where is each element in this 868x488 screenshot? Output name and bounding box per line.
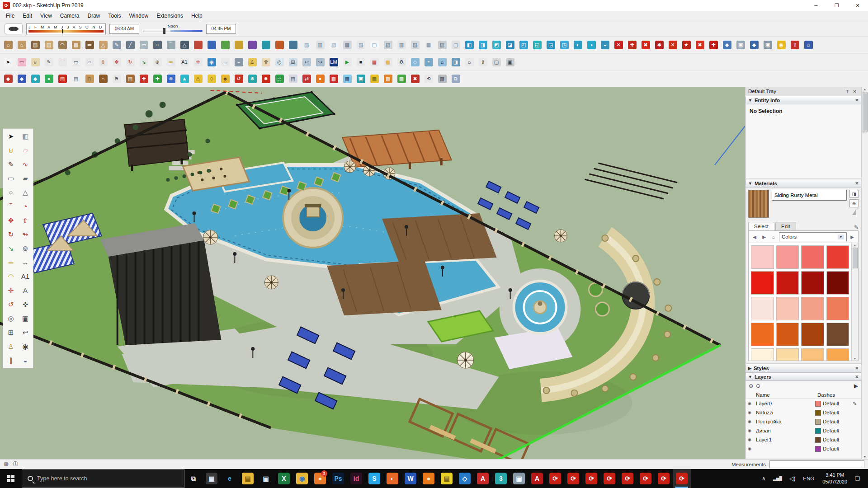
settings-gear[interactable]: ⚙ [395,56,408,69]
tab-select[interactable]: Select [748,222,774,230]
color-swatch-16[interactable] [826,323,849,346]
panel-tool-2[interactable]: ▣ [504,56,516,69]
polygon-tool[interactable]: △ [18,185,33,199]
color-swatch-19[interactable] [801,348,824,361]
dimension-tool[interactable]: ↔ [219,56,231,69]
menu-item[interactable]: File [2,12,19,20]
ext-tool-8[interactable] [287,39,299,52]
paint-bucket-tool[interactable]: ⊍ [4,143,18,157]
layer-color-chip[interactable] [815,410,821,416]
sketchup-app-1[interactable]: ⟳ [546,469,564,488]
color-swatch-5[interactable] [751,271,774,295]
draw-tool-5[interactable]: ⌒ [165,39,177,52]
remove-layer-button[interactable]: ⊖ [756,383,760,389]
sketchup-app-active[interactable]: ⟳ [673,469,691,488]
help-icon[interactable]: ⓘ [13,460,18,468]
ext-tool-4[interactable] [232,39,245,52]
home-view-button[interactable]: ⌂ [463,56,476,69]
visibility-eye-icon[interactable]: ◉ [748,437,754,442]
acrobat-app[interactable]: A [528,469,546,488]
red-tool-3[interactable]: ✖ [639,39,652,52]
layers-detail-icon[interactable]: ▶ [854,383,858,389]
zoom-extents-tool[interactable]: ⊞ [4,325,18,339]
orbit-tool[interactable]: ↺ [4,297,18,311]
media-app[interactable]: ● [420,469,438,488]
date-slider-thumb[interactable] [62,29,63,33]
top-view-button[interactable]: ◓ [422,56,435,69]
move-tool[interactable]: ✥ [110,56,123,69]
doc-tool-10[interactable]: ▦ [422,39,435,52]
roof-tool[interactable]: ⌂ [2,39,14,52]
tape-measure-tool[interactable]: ═ [165,56,177,69]
task-view-button[interactable]: ⧉ [184,469,203,488]
close-red[interactable]: ✖ [409,73,421,85]
ext-tool-3[interactable] [219,39,231,52]
monitor-teal[interactable]: ▣ [354,73,367,85]
scroll-down-icon[interactable]: ▼ [863,455,867,458]
share-tool[interactable]: ⇧ [788,39,801,52]
zoom-extents-tool[interactable]: ⊞ [287,56,299,69]
select-tool[interactable]: ➤ [4,129,18,143]
excel-app[interactable]: X [275,469,293,488]
back-arrow-icon[interactable]: ◀ [750,233,759,241]
time-slider-thumb[interactable] [163,28,165,34]
eraser-tool[interactable]: ▭ [15,56,28,69]
layer-row[interactable]: ◉ Постройка Default [746,417,861,426]
network-icon[interactable]: ▂▅█ [770,469,785,488]
skype-app[interactable]: S [365,469,383,488]
tab-edit[interactable]: Edit [775,222,796,230]
visibility-eye-icon[interactable]: ◉ [748,419,754,424]
details-arrow-icon[interactable]: ▶ [848,233,856,241]
collapse-icon[interactable]: ▼ [748,181,752,186]
layer-row[interactable]: ◉ Диван Default [746,426,861,435]
rotate-tool[interactable]: ↻ [124,56,137,69]
3d-text-tool[interactable]: A [18,283,33,297]
raise-tool[interactable]: ⇧ [476,56,489,69]
drop-orange[interactable]: ● [314,73,326,85]
cad-app[interactable]: ▣ [510,469,528,488]
line-tool[interactable]: ✎ [4,157,18,171]
swap-red[interactable]: ⇄ [300,73,313,85]
door-tool[interactable]: ▯ [83,73,96,85]
layer-color-chip[interactable] [815,437,821,443]
shadow-toggle-icon[interactable] [5,23,23,34]
view-tool-2[interactable]: ◨ [476,39,489,52]
3d-viewport[interactable]: ➤◧⊍▱✎∿▭▰○△⌒◔✥⇧↻↬↘⊚═↔◠A1✛A↺✜◎▣⊞↩♙◉∥◒ [0,87,745,459]
doc-tool-5[interactable]: ▤ [354,39,367,52]
color-swatch-17[interactable] [751,348,774,361]
time-slider-track[interactable] [143,30,203,32]
play-button[interactable]: ▶ [341,56,354,69]
doc-tool-8[interactable]: ▥ [395,39,408,52]
view-tool-9[interactable]: ◐ [571,39,584,52]
color-swatch-8[interactable] [826,271,849,295]
color-swatch-4[interactable] [826,245,849,269]
visibility-eye-icon[interactable]: ◉ [748,446,754,451]
menu-item[interactable]: Extensions [152,12,187,20]
material-name-input[interactable] [772,190,847,201]
color-swatch-3[interactable] [801,245,824,269]
styles-header[interactable]: ▶ Styles ✕ [745,364,861,372]
arc-tool[interactable]: ⌒ [4,199,18,213]
blue-tool-4[interactable]: ▣ [761,39,774,52]
view-tool-11[interactable]: ◒ [599,39,611,52]
red-tool-5[interactable]: ✕ [666,39,679,52]
blue-tool-3[interactable]: ◆ [748,39,760,52]
select-tool[interactable]: ➤ [2,56,14,69]
layer-row[interactable]: ◉ Layer0 Default ✎ [746,399,861,408]
dimension-tool[interactable]: ↔ [18,255,33,269]
draw-tool-1[interactable]: ✎ [110,39,123,52]
layer-dashes[interactable]: Default [823,446,851,451]
edge-app[interactable]: e [221,469,239,488]
scroll-thumb[interactable] [853,248,858,268]
look-around-tool[interactable]: ◉ [18,339,33,353]
rectangle-tool[interactable]: ▭ [4,171,18,185]
minimize-button[interactable]: ─ [806,0,826,11]
snowflake-teal[interactable]: ❄ [246,73,259,85]
pushpull-tool[interactable]: ⇧ [97,56,109,69]
red-tool-7[interactable]: ✖ [693,39,706,52]
position-camera-tool[interactable]: ♙ [4,339,18,353]
menu-item[interactable]: Camera [56,12,84,20]
red-tool-6[interactable]: ★ [680,39,693,52]
sphere-green[interactable]: ● [42,73,55,85]
section-close-icon[interactable]: ✕ [855,366,859,371]
